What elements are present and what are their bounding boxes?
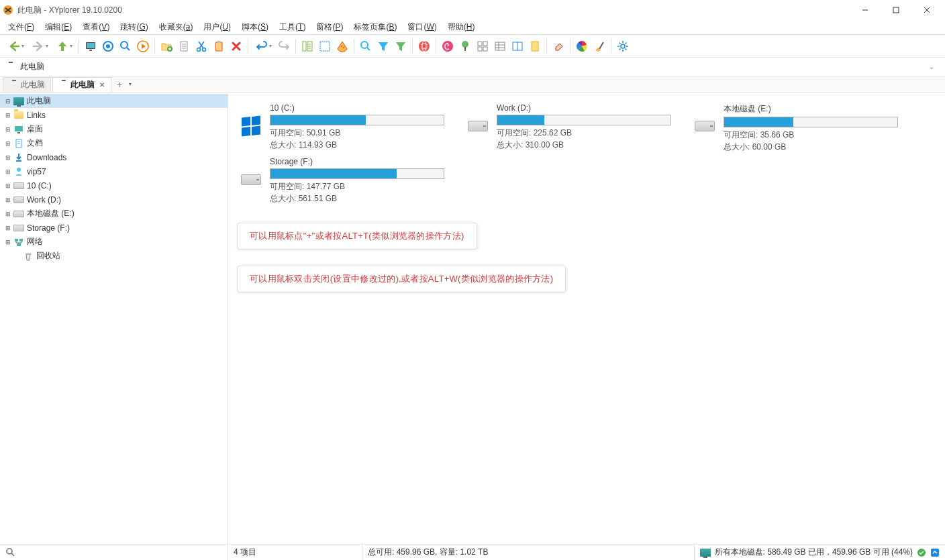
svg-rect-26 [320, 42, 330, 51]
tree-item[interactable]: ⊞Work (D:) [0, 192, 228, 207]
menu-a[interactable]: 收藏夹(a) [154, 20, 199, 34]
tree-item[interactable]: ⊞10 (C:) [0, 178, 228, 192]
grid-small-icon[interactable] [475, 38, 491, 54]
page-yellow-icon[interactable] [527, 38, 543, 54]
target-icon[interactable] [100, 38, 116, 54]
tab-1[interactable]: 此电脑 ✕ [52, 77, 111, 92]
back-button[interactable]: ▾ [4, 38, 27, 54]
drive-name: Storage (F:) [270, 157, 456, 166]
tab-0[interactable]: 此电脑 [3, 77, 51, 92]
drive-tile[interactable]: Storage (F:)可用空间: 147.77 GB总大小: 561.51 G… [234, 156, 460, 200]
tree-label: 网络 [27, 236, 43, 247]
brush-icon[interactable] [591, 38, 607, 54]
menu-g[interactable]: 跳转(G) [115, 20, 153, 34]
drive-free: 可用空间: 147.77 GB [270, 181, 456, 192]
expander-icon[interactable]: ⊞ [4, 238, 12, 246]
tree-item[interactable]: ⊞本地磁盘 (E:) [0, 207, 228, 221]
paste-icon[interactable] [211, 38, 227, 54]
drive-tile[interactable]: 10 (C:)可用空间: 50.91 GB总大小: 114.93 GB [234, 102, 460, 146]
tree-label: Downloads [27, 153, 66, 162]
tab-close-icon[interactable]: ✕ [99, 81, 105, 88]
expander-icon[interactable]: ⊞ [4, 154, 12, 162]
filter-icon[interactable] [375, 38, 391, 54]
globe-icon[interactable] [416, 38, 432, 54]
svg-point-34 [462, 41, 468, 48]
tree-item[interactable]: ⊞Links [0, 108, 228, 122]
tree-item[interactable]: ⊞Downloads [0, 150, 228, 164]
menu-b[interactable]: 标签页集(B) [348, 20, 402, 34]
menu-f[interactable]: 文件(F) [3, 20, 40, 34]
undo-button[interactable]: ▾ [252, 38, 275, 54]
settings-icon[interactable] [615, 38, 631, 54]
monitor-icon[interactable] [83, 38, 99, 54]
cut-icon[interactable] [193, 38, 209, 54]
tab-dropdown[interactable]: ▾ [126, 81, 134, 87]
up-button[interactable]: ▾ [52, 38, 75, 54]
expander-icon[interactable]: ⊞ [4, 168, 12, 176]
svg-rect-50 [15, 126, 23, 131]
tree-item[interactable]: ⊞vip57 [0, 164, 228, 178]
expander-icon[interactable]: ⊞ [4, 111, 12, 119]
forward-button[interactable]: ▾ [28, 38, 51, 54]
filter-check-icon[interactable] [393, 38, 409, 54]
svg-rect-60 [26, 253, 31, 254]
drive-usage-bar [270, 168, 444, 179]
address-bar[interactable]: 此电脑 ⌄ [0, 58, 945, 76]
spiral-icon[interactable] [440, 38, 456, 54]
play-icon[interactable] [135, 38, 151, 54]
delete-icon[interactable] [228, 38, 244, 54]
expander-icon[interactable]: ⊞ [4, 182, 12, 190]
expander-icon[interactable]: ⊞ [4, 224, 12, 232]
pizza-icon[interactable] [334, 38, 350, 54]
maximize-button[interactable] [881, 0, 911, 20]
address-dropdown[interactable]: ⌄ [924, 63, 940, 70]
svg-point-27 [341, 46, 342, 47]
expander-icon[interactable]: ⊞ [4, 196, 12, 204]
menu-t[interactable]: 工具(T) [274, 20, 311, 34]
drive-total: 总大小: 310.00 GB [497, 139, 683, 151]
new-folder-icon[interactable] [158, 38, 175, 54]
expander-icon[interactable]: ⊞ [4, 210, 12, 218]
tree-item[interactable]: 回收站 [0, 249, 228, 263]
drive-free: 可用空间: 35.66 GB [724, 129, 910, 141]
close-button[interactable] [911, 0, 942, 20]
redo-button[interactable] [276, 38, 292, 54]
svg-line-21 [199, 42, 203, 48]
table-icon[interactable] [492, 38, 508, 54]
drive-tile[interactable]: 本地磁盘 (E:)可用空间: 35.66 GB总大小: 60.00 GB [687, 102, 914, 146]
zoom-icon[interactable] [358, 38, 374, 54]
expander-icon[interactable]: ⊞ [4, 139, 12, 148]
svg-rect-57 [15, 239, 18, 241]
tree-icon[interactable] [457, 38, 473, 54]
menu-w[interactable]: 窗口(W) [402, 20, 442, 34]
page-icon[interactable] [176, 38, 192, 54]
tree-item[interactable]: ⊞Storage (F:) [0, 221, 228, 235]
menu-e[interactable]: 编辑(E) [40, 20, 77, 34]
minimize-button[interactable] [850, 0, 881, 20]
select-icon[interactable] [317, 38, 333, 54]
expander-icon[interactable]: ⊞ [4, 125, 12, 133]
svg-line-30 [367, 48, 370, 50]
menu-v[interactable]: 查看(V) [77, 20, 115, 34]
tree-sync-icon[interactable] [299, 38, 315, 54]
tree-item[interactable]: ⊞文档 [0, 136, 228, 150]
tree-item[interactable]: ⊞网络 [0, 235, 228, 249]
menu-p[interactable]: 窗格(P) [311, 20, 348, 34]
svg-rect-35 [464, 47, 466, 51]
drive-tile[interactable]: Work (D:)可用空间: 225.62 GB总大小: 310.00 GB [460, 102, 687, 146]
color-wheel-icon[interactable] [574, 38, 590, 54]
eraser-icon[interactable] [550, 38, 566, 54]
status-items: 4 项目 [228, 545, 362, 560]
expander-icon[interactable] [13, 252, 21, 260]
menu-s[interactable]: 脚本(S) [236, 20, 274, 34]
dual-pane-icon[interactable] [509, 38, 526, 54]
menu-h[interactable]: 帮助(H) [442, 20, 481, 34]
menu-u[interactable]: 用户(U) [198, 20, 236, 34]
tab-add-button[interactable]: + [113, 79, 126, 90]
expander-icon[interactable]: ⊟ [4, 97, 12, 105]
status-search-icon[interactable] [5, 547, 16, 558]
search-icon[interactable] [117, 38, 134, 54]
tree-item[interactable]: ⊟此电脑 [0, 94, 228, 108]
svg-rect-64 [931, 549, 939, 557]
tree-item[interactable]: ⊞桌面 [0, 122, 228, 136]
